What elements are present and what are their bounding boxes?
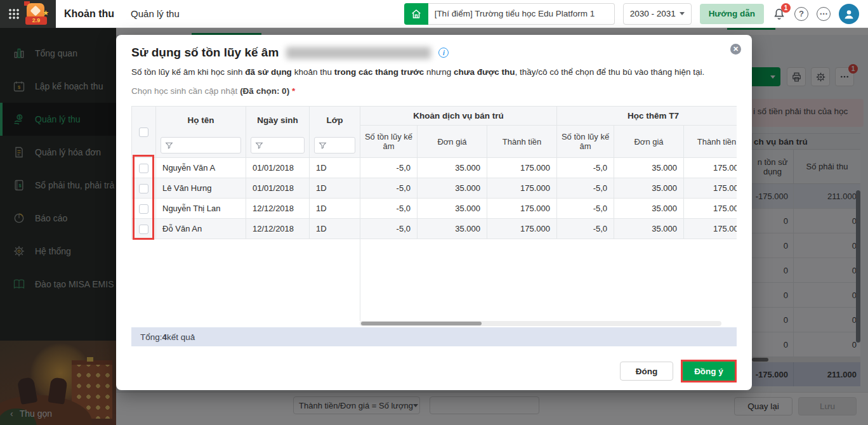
select-all-header xyxy=(132,107,156,158)
row-checkbox[interactable] xyxy=(139,184,148,193)
modal-description: Số tồn lũy kế âm khi học sinh đã sử dụng… xyxy=(131,67,704,77)
confirm-highlight-box: Đồng ý xyxy=(681,360,737,383)
group-khoan-dich-vu-ban-tru: Khoản dịch vụ bán trú xyxy=(360,107,557,126)
modal-title: Sử dụng số tồn lũy kế âm xyxy=(131,46,279,60)
sidebar-header: 2.9 ★ xyxy=(0,0,56,28)
app-logo: 2.9 ★ xyxy=(25,3,47,25)
help-button[interactable]: ? xyxy=(794,7,808,21)
home-icon[interactable] xyxy=(404,3,428,25)
chevron-down-icon xyxy=(680,12,685,15)
table-row[interactable]: Nguyễn Thị Lan 12/12/2018 1D -5,0 35.000… xyxy=(132,199,737,219)
negative-balance-modal: ✕ Sử dụng số tồn lũy kế âm i Số tồn lũy … xyxy=(116,35,752,390)
school-selector[interactable]: [Thí điểm] Trường tiểu học Edu Platform … xyxy=(404,3,615,25)
notification-bell-button[interactable]: 1 xyxy=(772,7,786,21)
guide-button[interactable]: Hướng dẫn xyxy=(700,4,764,24)
group-hoc-them-t7: Học thêm T7 xyxy=(557,107,737,126)
fixed-columns-divider xyxy=(360,238,360,321)
student-table: Họ tên Ngày sinh Lớp Khoản dịch vụ bán t… xyxy=(131,106,737,239)
redacted-text xyxy=(286,47,431,59)
subcol-so-ton: Số tồn lũy kế âm xyxy=(360,126,418,158)
subcol-don-gia: Đơn giá xyxy=(418,126,487,158)
top-menu-quan-ly-thu[interactable]: Quản lý thu xyxy=(131,8,180,19)
more-menu-button[interactable]: ⋯ xyxy=(817,7,831,21)
app-window: 2.9 ★ Khoản thu Quản lý thu [Thí điểm] T… xyxy=(0,0,868,425)
school-name-field[interactable]: [Thí điểm] Trường tiểu học Edu Platform … xyxy=(428,3,615,25)
close-button[interactable]: Đóng xyxy=(620,362,673,381)
top-bar-right: [Thí điểm] Trường tiểu học Edu Platform … xyxy=(404,3,868,25)
row-checkbox[interactable] xyxy=(139,164,148,173)
filter-funnel-icon xyxy=(255,141,263,150)
top-bar: 2.9 ★ Khoản thu Quản lý thu [Thí điểm] T… xyxy=(0,0,868,28)
select-all-checkbox[interactable] xyxy=(139,128,148,137)
user-avatar[interactable] xyxy=(839,4,859,24)
app-grid-icon[interactable] xyxy=(8,8,20,20)
subcol-so-ton: Số tồn lũy kế âm xyxy=(557,126,614,158)
person-icon xyxy=(843,8,855,20)
modal-horizontal-scrollbar[interactable] xyxy=(360,321,721,326)
question-icon: ? xyxy=(794,7,808,21)
table-row[interactable]: Nguyễn Văn A 01/01/2018 1D -5,0 35.000 1… xyxy=(132,158,737,178)
star-icon: ★ xyxy=(43,10,49,16)
dob-filter-input[interactable] xyxy=(251,137,305,154)
select-students-label: Chọn học sinh cần cập nhật (Đã chọn: 0) … xyxy=(131,86,295,96)
results-total-bar: Tổng: 4 kết quả xyxy=(131,327,737,346)
confirm-button[interactable]: Đồng ý xyxy=(683,362,735,381)
col-ho-ten: Họ tên xyxy=(156,107,246,158)
close-icon[interactable]: ✕ xyxy=(730,44,741,55)
table-row[interactable]: Lê Văn Hưng 01/01/2018 1D -5,0 35.000 17… xyxy=(132,178,737,199)
logo-version: 2.9 xyxy=(25,16,47,25)
subcol-thanh-tien: Thành tiền xyxy=(684,126,737,158)
ellipsis-icon: ⋯ xyxy=(817,7,831,21)
row-checkbox[interactable] xyxy=(139,204,148,214)
col-ngay-sinh: Ngày sinh xyxy=(246,107,310,158)
filter-funnel-icon xyxy=(165,141,173,150)
notification-badge: 1 xyxy=(781,3,791,13)
subcol-thanh-tien: Thành tiền xyxy=(487,126,557,158)
page-title: Khoản thu xyxy=(64,8,114,20)
info-icon[interactable]: i xyxy=(438,48,449,58)
col-lop: Lớp xyxy=(310,107,360,158)
row-checkbox[interactable] xyxy=(139,225,148,234)
class-filter-input[interactable] xyxy=(314,137,355,154)
filter-funnel-icon xyxy=(319,141,327,150)
student-table-wrapper: Họ tên Ngày sinh Lớp Khoản dịch vụ bán t… xyxy=(131,106,737,321)
table-row[interactable]: Đỗ Văn An 12/12/2018 1D -5,0 35.000 175.… xyxy=(132,219,737,239)
name-filter-input[interactable] xyxy=(161,137,241,154)
school-year-select[interactable]: 2030 - 2031 xyxy=(623,3,692,25)
subcol-don-gia: Đơn giá xyxy=(614,126,684,158)
scrollbar-thumb[interactable] xyxy=(361,322,482,325)
